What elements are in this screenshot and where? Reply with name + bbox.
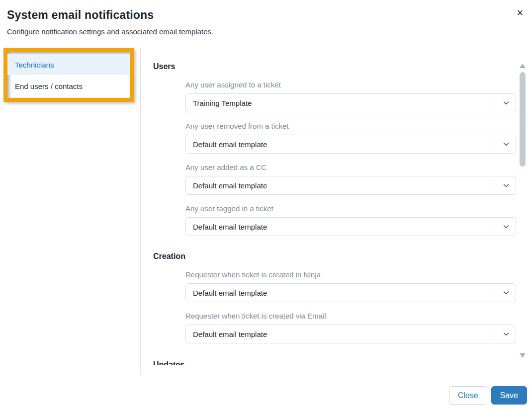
sidebar-item-label: Technicians xyxy=(15,61,54,69)
chevron-down-icon xyxy=(496,289,516,297)
footer-buttons: Close Save xyxy=(449,386,527,405)
sidebar-item-label: End users / contacts xyxy=(15,82,83,90)
notification-field: Any user assigned to a ticket Training T… xyxy=(185,81,516,112)
notification-field: Requester when ticket is created in Ninj… xyxy=(185,270,516,302)
page-title: System email notifications xyxy=(7,8,154,22)
settings-content: Users Any user assigned to a ticket Trai… xyxy=(141,48,532,375)
settings-section: Updates xyxy=(153,360,532,365)
sidebar-item-technicians[interactable]: Technicians xyxy=(7,54,130,75)
annotation-highlight-box: Technicians End users / contacts xyxy=(3,48,134,102)
selected-template-value: Default email template xyxy=(186,181,496,190)
notification-field: Requester when ticket is created via Ema… xyxy=(185,312,516,343)
field-label: Any user added as a CC xyxy=(185,163,516,172)
dialog-footer: Close Save xyxy=(0,375,532,411)
chevron-down-icon xyxy=(496,223,516,231)
close-icon: × xyxy=(517,6,524,19)
sections: Users Any user assigned to a ticket Trai… xyxy=(153,62,532,365)
selected-template-value: Default email template xyxy=(186,289,496,297)
field-label: Requester when ticket is created in Ninj… xyxy=(185,270,516,279)
email-template-select[interactable]: Default email template xyxy=(185,283,516,302)
email-template-select[interactable]: Default email template xyxy=(185,176,516,195)
settings-section: Users Any user assigned to a ticket Trai… xyxy=(153,62,532,236)
selected-template-value: Training Template xyxy=(186,99,496,107)
email-template-select[interactable]: Default email template xyxy=(185,325,516,343)
close-dialog-button[interactable]: × xyxy=(512,5,528,21)
notification-field: Any user tagged in a ticket Default emai… xyxy=(185,204,516,236)
dialog-body: Technicians End users / contacts Users A… xyxy=(0,48,532,375)
section-heading: Updates xyxy=(153,360,532,365)
chevron-down-icon xyxy=(496,181,516,189)
chevron-down-icon xyxy=(496,140,516,148)
scrollbar-thumb[interactable] xyxy=(520,72,526,166)
scroll-up-icon[interactable] xyxy=(520,64,526,68)
selected-template-value: Default email template xyxy=(186,330,496,338)
field-label: Requester when ticket is created via Ema… xyxy=(185,312,516,321)
footer-divider xyxy=(8,375,526,375)
selected-template-value: Default email template xyxy=(186,140,496,149)
selected-template-value: Default email template xyxy=(186,223,496,231)
email-template-select[interactable]: Default email template xyxy=(185,135,516,154)
field-label: Any user assigned to a ticket xyxy=(185,81,516,89)
section-fields: Requester when ticket is created in Ninj… xyxy=(185,270,532,343)
close-button[interactable]: Close xyxy=(449,386,487,405)
email-template-select[interactable]: Default email template xyxy=(185,217,516,236)
sidebar-nav: Technicians End users / contacts xyxy=(7,52,130,98)
system-email-notifications-dialog: System email notifications Configure not… xyxy=(0,0,532,411)
section-heading: Users xyxy=(153,62,532,71)
section-fields: Any user assigned to a ticket Training T… xyxy=(185,81,532,236)
field-label: Any user removed from a ticket xyxy=(185,122,516,131)
chevron-down-icon xyxy=(496,99,516,107)
notification-field: Any user added as a CC Default email tem… xyxy=(185,163,516,195)
sidebar-item-end-users-contacts[interactable]: End users / contacts xyxy=(7,75,130,97)
save-button[interactable]: Save xyxy=(491,386,527,405)
field-label: Any user tagged in a ticket xyxy=(185,204,516,213)
chevron-down-icon xyxy=(496,330,516,338)
dialog-subtitle: Configure notification settings and asso… xyxy=(7,27,213,36)
dialog-header: System email notifications Configure not… xyxy=(0,0,532,47)
scrollbar[interactable] xyxy=(520,64,526,358)
section-heading: Creation xyxy=(153,252,532,261)
settings-section: Creation Requester when ticket is create… xyxy=(153,252,532,343)
email-template-select[interactable]: Training Template xyxy=(185,93,516,112)
notification-field: Any user removed from a ticket Default e… xyxy=(185,122,516,154)
scroll-down-icon[interactable] xyxy=(520,353,526,358)
